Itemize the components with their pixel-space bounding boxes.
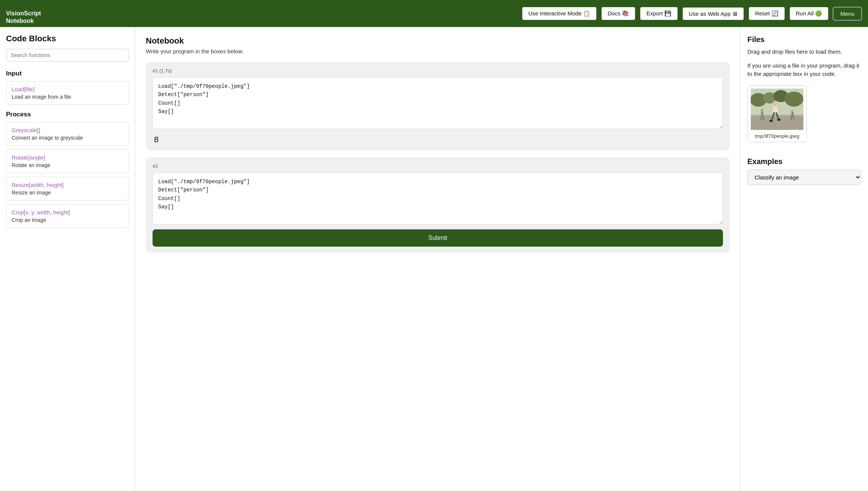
file-name-label: tmp/9f70people.jpeg (751, 133, 803, 139)
export-button[interactable]: Export 💾 (640, 6, 678, 21)
svg-rect-23 (761, 112, 764, 116)
sidebar-card-load[interactable]: Load[file] Load an image from a file (6, 81, 129, 105)
fn-rotate-desc: Rotate an image (12, 162, 123, 168)
run-all-button[interactable]: Run All 🟢 (789, 6, 829, 21)
code-block-2: #2 Load["./tmp/9f70people.jpeg"] Detect[… (146, 157, 730, 253)
code-block-2-header: #2 (153, 163, 723, 169)
sidebar: Code Blocks Input Load[file] Load an ima… (0, 27, 135, 491)
notebook-subtitle: Write your program in the boxes below. (146, 48, 730, 54)
fn-resize: Resize[width, height] (12, 182, 123, 188)
section-input-title: Input (6, 70, 129, 77)
files-title: Files (747, 35, 861, 44)
fn-greyscale-desc: Convert an image to greyscale (12, 135, 123, 141)
svg-rect-14 (773, 105, 778, 113)
sidebar-card-resize[interactable]: Resize[width, height] Resize an image (6, 177, 129, 200)
examples-dropdown[interactable]: Classify an image Detect objects Count p… (747, 170, 861, 185)
sidebar-card-rotate[interactable]: Rotate[angle] Rotate an image (6, 149, 129, 173)
examples-section: Examples Classify an image Detect object… (747, 157, 861, 185)
examples-title: Examples (747, 157, 861, 166)
code-block-1-header: #1 (1.7s) (153, 68, 723, 74)
main-layout: Code Blocks Input Load[file] Load an ima… (0, 27, 868, 491)
code-block-1: #1 (1.7s) Load["./tmp/9f70people.jpeg"] … (146, 62, 730, 151)
sidebar-title: Code Blocks (6, 34, 129, 44)
fn-rotate: Rotate[angle] (12, 154, 123, 161)
files-usage-info: If you are using a file in your program,… (747, 62, 861, 78)
svg-rect-6 (751, 117, 803, 130)
sidebar-section-input: Input Load[file] Load an image from a fi… (6, 70, 129, 105)
svg-point-19 (777, 119, 781, 121)
file-image (751, 89, 803, 130)
webapp-button[interactable]: Use as Web App 🖥 (682, 7, 745, 21)
files-drag-text: Drag and drop files here to load them. (747, 48, 861, 56)
fn-load-desc: Load an image from a file (12, 94, 123, 100)
notebook-title: Notebook (146, 36, 730, 46)
header: VisionScriptNotebook Use Interactive Mod… (0, 0, 868, 27)
docs-button[interactable]: Docs 📚 (601, 6, 636, 21)
fn-crop: Crop[x, y, width, height] (12, 209, 123, 215)
menu-button[interactable]: Menu (833, 7, 862, 21)
svg-rect-27 (791, 112, 794, 116)
code-output-1: 8 (153, 135, 723, 145)
sidebar-section-process: Process Greyscale[] Convert an image to … (6, 111, 129, 228)
code-editor-2[interactable]: Load["./tmp/9f70people.jpeg"] Detect["pe… (153, 173, 723, 224)
svg-point-15 (773, 101, 778, 106)
submit-button[interactable]: Submit (153, 229, 723, 247)
file-thumbnail[interactable]: tmp/9f70people.jpeg (747, 85, 807, 142)
fn-crop-desc: Crop an image (12, 217, 123, 223)
app-logo: VisionScriptNotebook (6, 2, 41, 25)
fn-resize-desc: Resize an image (12, 190, 123, 196)
code-editor-1[interactable]: Load["./tmp/9f70people.jpeg"] Detect["pe… (153, 77, 723, 129)
reset-button[interactable]: Reset 🔄 (748, 6, 785, 21)
sidebar-card-greyscale[interactable]: Greyscale[] Convert an image to greyscal… (6, 122, 129, 146)
fn-load: Load[file] (12, 86, 123, 92)
svg-point-26 (791, 110, 793, 112)
notebook-main: Notebook Write your program in the boxes… (135, 27, 740, 491)
svg-point-18 (769, 120, 773, 122)
svg-point-4 (785, 92, 803, 107)
fn-greyscale: Greyscale[] (12, 127, 123, 133)
sidebar-card-crop[interactable]: Crop[x, y, width, height] Crop an image (6, 204, 129, 228)
right-panel: Files Drag and drop files here to load t… (740, 27, 868, 491)
interactive-mode-button[interactable]: Use Interactive Mode 📋 (522, 6, 597, 21)
search-input[interactable] (6, 49, 129, 62)
section-process-title: Process (6, 111, 129, 118)
svg-point-22 (761, 109, 764, 112)
